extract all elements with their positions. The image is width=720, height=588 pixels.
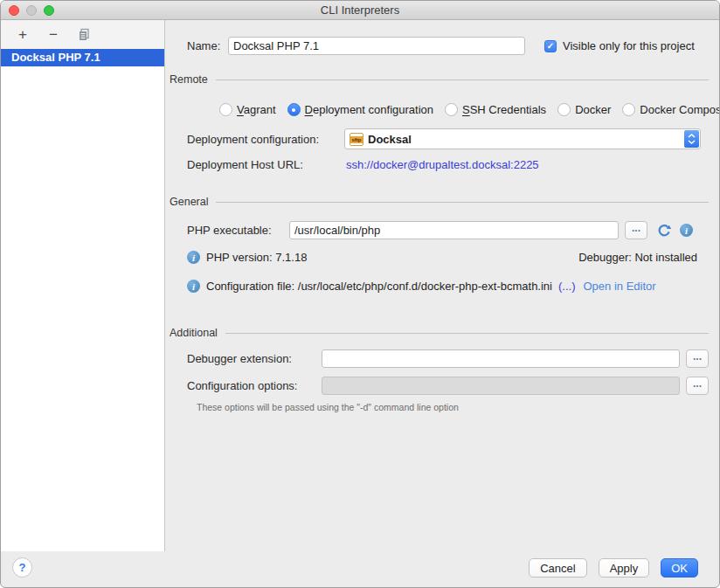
visible-project-checkbox[interactable]: ✓ <box>544 40 557 52</box>
config-file-more-link[interactable]: (...) <box>558 280 576 293</box>
section-divider <box>216 202 709 203</box>
help-button[interactable]: ? <box>12 557 32 578</box>
general-section-header: General <box>170 196 709 208</box>
section-divider <box>216 80 709 80</box>
window-title: CLI Interpreters <box>1 1 719 20</box>
interpreter-list-panel: + − Docksal PHP 7.1 <box>1 20 165 551</box>
host-url-label: Deployment Host URL: <box>187 158 346 171</box>
debugger-status: Debugger: Not installed <box>578 251 697 265</box>
debugger-extension-input[interactable] <box>322 349 680 368</box>
sftp-server-icon <box>350 133 363 146</box>
deployment-config-select[interactable]: Docksal <box>344 128 701 149</box>
settings-panel: Name: ✓ Visible only for this project Re… <box>165 20 720 551</box>
radio-deployment-configuration[interactable]: Deployment configuration <box>287 103 433 116</box>
interpreter-list: Docksal PHP 7.1 <box>1 49 164 66</box>
reload-phpinfo-icon[interactable] <box>656 223 672 239</box>
radio-docker-compose[interactable]: Docker Compose <box>622 103 720 116</box>
radio-circle-icon[interactable] <box>445 103 458 116</box>
remove-icon[interactable]: − <box>45 27 61 43</box>
remote-section-header: Remote <box>170 73 709 86</box>
visible-project-label: Visible only for this project <box>563 39 695 52</box>
radio-circle-icon[interactable] <box>557 103 571 116</box>
check-icon: ✓ <box>547 41 554 51</box>
cli-interpreters-dialog: CLI Interpreters + − Docksal PHP 7.1 Nam… <box>0 0 720 588</box>
deployment-config-label: Deployment configuration: <box>187 133 344 146</box>
info-icon: i <box>187 280 200 293</box>
ok-button[interactable]: OK <box>661 558 698 578</box>
dialog-footer: ? Cancel Apply OK <box>1 550 719 587</box>
radio-label: Vagrant <box>237 103 276 116</box>
additional-section-header: Additional <box>170 327 709 339</box>
general-section-label: General <box>170 196 208 208</box>
list-item[interactable]: Docksal PHP 7.1 <box>1 49 164 66</box>
radio-docker[interactable]: Docker <box>557 103 611 116</box>
apply-button[interactable]: Apply <box>599 558 650 578</box>
name-input[interactable] <box>228 37 525 55</box>
debugger-extension-label: Debugger extension: <box>187 352 322 365</box>
titlebar: CLI Interpreters <box>1 1 719 20</box>
combo-stepper-icon[interactable] <box>684 130 699 148</box>
list-toolbar: + − <box>1 20 164 49</box>
radio-circle-icon[interactable] <box>287 103 301 116</box>
browse-debugger-ext-button[interactable]: ... <box>686 349 709 368</box>
radio-circle-icon[interactable] <box>622 103 635 116</box>
add-icon[interactable]: + <box>15 27 31 43</box>
info-icon[interactable]: i <box>680 224 693 237</box>
deployment-host-url: ssh://docker@drupaltest.docksal:2225 <box>346 158 539 171</box>
config-file-text: Configuration file: /usr/local/etc/php/c… <box>206 280 552 293</box>
radio-label: Deployment configuration <box>305 103 433 116</box>
browse-config-options-button[interactable]: ... <box>686 377 709 395</box>
info-icon: i <box>187 251 200 264</box>
copy-icon[interactable] <box>76 27 92 43</box>
cancel-button[interactable]: Cancel <box>529 558 586 578</box>
radio-label: Docker <box>575 103 611 116</box>
options-note: These options will be passed using the "… <box>197 402 459 412</box>
name-label: Name: <box>187 39 221 52</box>
section-divider <box>225 333 709 334</box>
config-options-input[interactable] <box>322 377 680 395</box>
radio-label: Docker Compose <box>640 103 720 116</box>
additional-section-label: Additional <box>170 327 218 339</box>
remote-section-label: Remote <box>170 73 208 86</box>
radio-vagrant[interactable]: Vagrant <box>219 103 276 116</box>
radio-label: SSH Credentials <box>462 103 546 116</box>
php-executable-input[interactable] <box>289 221 619 239</box>
browse-executable-button[interactable]: ... <box>625 221 647 239</box>
php-version-text: PHP version: 7.1.18 <box>206 251 307 264</box>
radio-ssh-credentials[interactable]: SSH Credentials <box>445 103 546 116</box>
radio-circle-icon[interactable] <box>219 103 232 116</box>
php-executable-label: PHP executable: <box>187 224 289 237</box>
config-options-label: Configuration options: <box>187 379 322 392</box>
remote-radio-group: VagrantDeployment configurationSSH Crede… <box>219 103 720 116</box>
open-in-editor-link[interactable]: Open in Editor <box>583 280 655 293</box>
deployment-config-value: Docksal <box>368 133 412 146</box>
